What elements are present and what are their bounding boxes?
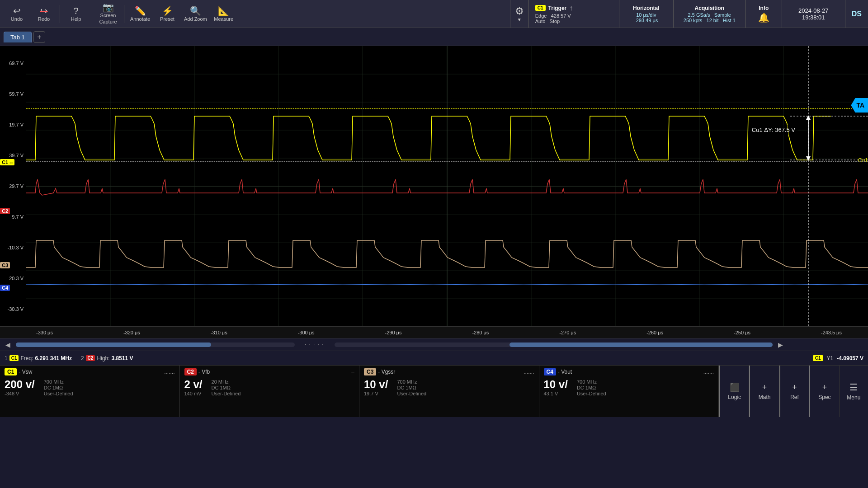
ch3-label: User-Defined — [397, 391, 426, 396]
undo-button[interactable]: ↩ Undo — [4, 2, 30, 26]
meas1-num: 1 — [5, 355, 8, 361]
y-label-n303: -30.3 V — [1, 306, 25, 312]
trigger-mode: Auto Stop — [535, 19, 560, 24]
ch3-dots: ....... — [524, 369, 534, 375]
add-tab-button[interactable]: + — [33, 31, 45, 43]
scrollbar[interactable]: ◀ · · · · · ▶ — [0, 338, 868, 351]
ref-label: Ref — [790, 394, 799, 400]
help-icon: ? — [73, 6, 78, 15]
trigger-header: C1 Trigger ↑ — [535, 4, 573, 12]
ch1-marker[interactable]: C1 -- — [0, 159, 14, 165]
ch2-volt-div: 2 v/ — [184, 378, 203, 391]
undo-label: Undo — [11, 16, 23, 22]
ch3-marker[interactable]: C3 — [0, 262, 10, 268]
ch2-details: 2 v/ 140 mV 20 MHz DC 1MΩ User-Defined — [184, 378, 355, 396]
y-label-397: 39.7 V — [1, 153, 25, 158]
ds-badge[interactable]: DS — [845, 0, 868, 28]
ch4-marker[interactable]: C4 — [0, 285, 10, 291]
logic-label: Logic — [728, 394, 741, 400]
scroll-track-right[interactable] — [335, 343, 773, 347]
ch1-subtitle: - Vsw — [19, 369, 32, 375]
meas1-channel-badge: C1 — [9, 355, 19, 361]
trigger-title: Trigger — [548, 5, 567, 11]
ch1-label: User-Defined — [44, 391, 73, 396]
redo-button[interactable]: ↪ Redo — [31, 2, 57, 26]
trigger-panel[interactable]: C1 Trigger ↑ Edge 428.57 V Auto Stop — [528, 0, 619, 28]
logic-icon: ⬛ — [730, 382, 740, 392]
horizontal-time-div: 10 μs/div — [636, 12, 656, 18]
scroll-track-left[interactable] — [16, 343, 295, 347]
oscilloscope-display[interactable]: 69.7 V 59.7 V 19.7 V 39.7 V 29.7 V 9.7 V… — [0, 46, 868, 326]
ch4-subtitle: - Vout — [558, 369, 572, 375]
scroll-right-button[interactable]: ▶ — [774, 341, 787, 348]
preset-button[interactable]: ⚡ Preset — [154, 2, 180, 26]
menu-button[interactable]: ☰ Menu — [840, 366, 868, 417]
x-label-280: -280 μs — [472, 330, 489, 335]
annotate-icon: ✏️ — [135, 6, 146, 15]
bottom-right-panel: ⬛ Logic + Math + Ref + Spec ☰ Menu — [719, 366, 868, 417]
screencapture-button[interactable]: 📷 ScreenCapture — [95, 2, 121, 26]
help-button[interactable]: ? Help — [63, 2, 89, 26]
info-title: Info — [759, 5, 769, 11]
horizontal-position: -293.49 μs — [634, 18, 658, 23]
tab-1[interactable]: Tab 1 — [4, 32, 32, 42]
channel-2-panel[interactable]: C2 - Vfb – 2 v/ 140 mV 20 MHz DC 1MΩ Use… — [180, 366, 360, 417]
x-label-300: -300 μs — [298, 330, 315, 335]
horizontal-panel[interactable]: Horizontal 10 μs/div -293.49 μs — [619, 0, 673, 28]
ch1-volt-div: 200 v/ — [5, 378, 35, 391]
ds-label: DS — [852, 10, 862, 18]
scroll-thumb-right[interactable] — [509, 343, 772, 347]
channel-4-panel[interactable]: C4 - Vout ....... 10 v/ 43.1 V 700 MHz D… — [539, 366, 719, 417]
scroll-left-button[interactable]: ◀ — [2, 341, 14, 348]
redo-label: Redo — [38, 16, 50, 22]
tab-bar: Tab 1 + — [0, 28, 868, 46]
measure-icon: 📐 — [218, 6, 229, 15]
channel-3-panel[interactable]: C3 - Vgssr ....... 10 v/ 19.7 V 700 MHz … — [359, 366, 539, 417]
scroll-thumb-left[interactable] — [16, 343, 211, 347]
addzoom-button[interactable]: 🔍 Add Zoom — [181, 2, 210, 26]
toolbar-separator — [60, 5, 60, 23]
date-display: 2024-08-27 — [798, 7, 829, 14]
undo-icon: ↩ — [13, 6, 21, 15]
x-label-270: -270 μs — [559, 330, 576, 335]
logic-button[interactable]: ⬛ Logic — [719, 366, 749, 417]
spec-button[interactable]: + Spec — [809, 366, 839, 417]
y1-value: -4.09057 V — [837, 355, 863, 361]
preset-label: Preset — [160, 16, 175, 22]
measure-button[interactable]: 📐 Measure — [211, 2, 237, 26]
meas1-label: Freq: — [20, 355, 33, 361]
settings-button[interactable]: ⚙ ▼ — [510, 0, 528, 28]
y-label-197: 19.7 V — [1, 122, 25, 127]
bell-icon: 🔔 — [758, 12, 769, 23]
ref-button[interactable]: + Ref — [779, 366, 809, 417]
math-label: Math — [759, 394, 771, 400]
settings-arrow-icon: ▼ — [517, 17, 522, 22]
annotate-button[interactable]: ✏️ Annotate — [127, 2, 153, 26]
acquisition-panel[interactable]: Acquisition 2.5 GSa/s Sample 250 kpts 12… — [673, 0, 745, 28]
x-label-330: -330 μs — [36, 330, 53, 335]
menu-label: Menu — [847, 394, 860, 401]
math-button[interactable]: + Math — [749, 366, 779, 417]
zoom-icon: 🔍 — [190, 6, 201, 15]
tab-name: Tab 1 — [10, 34, 25, 41]
x-label-243: -243.5 μs — [821, 330, 842, 335]
svg-text:Cu1↑: Cu1↑ — [858, 157, 868, 164]
ch2-marker[interactable]: C2 — [0, 208, 10, 214]
trigger-arrow-icon: ↑ — [569, 4, 573, 12]
cursor-annotation: Cu1 ΔY: 367.5 V — [749, 125, 798, 135]
ch2-dash: – — [351, 369, 354, 375]
ch2-bandwidth: 20 MHz — [212, 379, 241, 385]
addzoom-label: Add Zoom — [184, 16, 207, 22]
gear-icon: ⚙ — [515, 5, 524, 17]
ch1-dots: ....... — [164, 369, 175, 375]
toolbar-separator-3 — [124, 5, 124, 23]
y-label-597: 59.7 V — [1, 91, 25, 97]
x-label-290: -290 μs — [385, 330, 402, 335]
meas1-value: 6.291 341 MHz — [35, 355, 72, 361]
y-label-297: 29.7 V — [1, 183, 25, 189]
spec-label: Spec — [818, 394, 830, 400]
channel-1-panel[interactable]: C1 - Vsw ....... 200 v/ -348 V 700 MHz D… — [0, 366, 180, 417]
x-label-310: -310 μs — [211, 330, 227, 335]
info-panel[interactable]: Info 🔔 — [745, 0, 782, 28]
measurements-bar: 1 C1 Freq: 6.291 341 MHz 2 C2 High: 3.85… — [0, 351, 868, 365]
